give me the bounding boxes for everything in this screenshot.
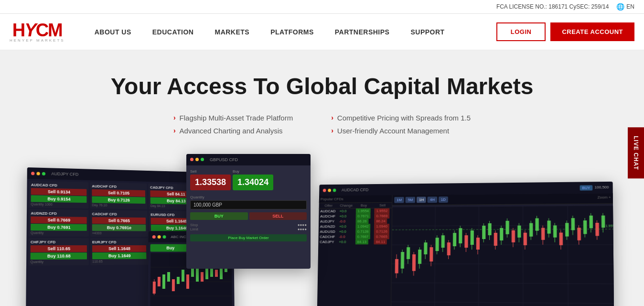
svg-rect-94	[577, 228, 581, 240]
svg-rect-98	[589, 216, 593, 228]
features-left: › Flagship Multi-Asset Trade Platform › …	[173, 114, 293, 135]
pair-card-4: AUDNZD CFD Sell 0.7669 Buy 0.7691 Quanti…	[29, 209, 89, 236]
nav-about-us[interactable]: ABOUT US	[84, 14, 142, 50]
nav-platforms[interactable]: PLATFORMS	[260, 14, 324, 50]
svg-rect-8	[167, 272, 170, 282]
quantity-value: 100,000 GBP	[190, 200, 307, 209]
svg-rect-52	[453, 233, 456, 246]
table-row: AUDUSD +0.0 0.7128 0.7126	[319, 229, 392, 234]
logo-text: HYCM	[12, 21, 62, 39]
svg-rect-78	[529, 223, 533, 236]
buy-price: 1.34024	[233, 175, 273, 190]
hero-features: › Flagship Multi-Asset Trade Platform › …	[19, 114, 625, 135]
pairs-table: Offer Change Buy Sell AUDCAD +0.0 1.9554	[318, 203, 392, 245]
feature-label-3: Competitive Pricing with Spreads from 1.…	[337, 114, 471, 122]
pair-card-1: AUDCAD CFD Sell 0.9134 Buy 0.9154 Quanti…	[29, 181, 88, 208]
feature-item-1: › Flagship Multi-Asset Trade Platform	[173, 114, 293, 122]
svg-rect-10	[177, 277, 180, 284]
svg-rect-60	[476, 238, 480, 250]
feature-item-3: › Competitive Pricing with Spreads from …	[331, 114, 471, 122]
header-buttons: LOGIN CREATE ACCOUNT	[496, 22, 634, 41]
license-text: FCA LICENSE NO.: 186171 CySEC: 259/14	[496, 3, 609, 10]
nav-partnerships[interactable]: PARTNERSHIPS	[324, 14, 400, 50]
place-order-button[interactable]: Place Buy Market Order	[190, 234, 307, 241]
feature-label-2: Advanced Charting and Analysis	[180, 127, 283, 135]
svg-rect-42	[424, 242, 427, 254]
svg-rect-56	[464, 235, 468, 248]
trading-screen-right: AUDCAD CFD BUY 100,500 Popular CFDs Offe…	[317, 182, 614, 306]
svg-rect-32	[395, 259, 398, 273]
pair-card-7: CHFJPY CFD Sell 110.65 Buy 110.68 Quanti…	[28, 238, 89, 265]
svg-rect-58	[471, 230, 474, 245]
chevron-icon-2: ›	[173, 127, 176, 134]
svg-rect-6	[158, 277, 161, 286]
svg-rect-64	[488, 223, 492, 235]
svg-rect-90	[565, 223, 569, 236]
svg-rect-40	[418, 250, 421, 264]
svg-rect-46	[435, 238, 439, 251]
globe-icon: 🌐	[616, 3, 624, 11]
dialog-pair-label: GBPUSD CFD	[210, 157, 238, 162]
svg-rect-38	[412, 254, 416, 271]
chevron-icon-4: ›	[331, 127, 333, 134]
svg-rect-102	[601, 216, 605, 228]
feature-item-4: › User-friendly Account Management	[331, 127, 471, 135]
table-row: AUDCAD +0.0 1.9554 1.9552	[319, 208, 392, 214]
live-chat-label: LIVE CHAT	[633, 136, 639, 170]
svg-rect-12	[186, 274, 189, 289]
login-button[interactable]: LOGIN	[496, 22, 546, 41]
svg-rect-80	[536, 218, 539, 230]
feature-label-1: Flagship Multi-Asset Trade Platform	[180, 114, 293, 122]
table-row: AUDNZD +0.0 1.0942 1.0940	[319, 224, 392, 229]
pair-card-8: EURJPY CFD Sell 1.1648 Buy 1.1649 110.65	[90, 238, 149, 265]
features-right: › Competitive Pricing with Spreads from …	[331, 114, 471, 135]
svg-rect-84	[547, 220, 550, 233]
feature-label-4: User-friendly Account Management	[337, 127, 449, 135]
create-account-button[interactable]: CREATE ACCOUNT	[550, 22, 634, 41]
nav-support[interactable]: SUPPORT	[400, 14, 455, 50]
svg-rect-54	[459, 228, 462, 243]
table-row: CADCHF -0.0 0.7667 0.7665	[318, 234, 391, 239]
hero-section: Your Access To Global Capital Markets › …	[0, 50, 644, 306]
svg-rect-74	[517, 226, 521, 238]
live-chat-button[interactable]: LIVE CHAT	[628, 127, 644, 178]
svg-rect-72	[512, 230, 515, 242]
table-row: AUDCHF +0.0 0.7671 0.7669	[319, 213, 392, 219]
svg-rect-18	[215, 270, 218, 277]
logo[interactable]: HYCM HENYEP MARKETS	[10, 21, 65, 43]
language-selector[interactable]: 🌐 EN	[616, 3, 634, 11]
hero-title: Your Access To Global Capital Markets	[19, 74, 625, 99]
main-nav: ABOUT US EDUCATION MARKETS PLATFORMS PAR…	[84, 14, 496, 50]
top-bar: FCA LICENSE NO.: 186171 CySEC: 259/14 🌐 …	[0, 0, 644, 14]
svg-rect-88	[559, 232, 563, 245]
svg-rect-86	[553, 225, 557, 237]
svg-rect-34	[401, 252, 404, 269]
svg-rect-92	[571, 218, 575, 230]
svg-rect-96	[583, 220, 587, 234]
svg-rect-82	[541, 228, 545, 240]
svg-rect-68	[500, 228, 503, 240]
main-header: HYCM HENYEP MARKETS ABOUT US EDUCATION M…	[0, 14, 644, 50]
svg-rect-9	[172, 279, 175, 291]
svg-rect-62	[482, 226, 485, 239]
svg-rect-44	[429, 247, 433, 262]
svg-rect-48	[441, 235, 445, 248]
svg-rect-21	[391, 206, 614, 306]
dialog-sell-button[interactable]: SELL	[249, 212, 307, 220]
platforms-area: AUDJPY CFD AUDCAD CFD Sell 0.9134 Buy 0.…	[19, 154, 625, 306]
nav-education[interactable]: EDUCATION	[142, 14, 204, 50]
dialog-content: Sell 1.33538 Buy 1.34024 Quantity 100,00…	[186, 165, 311, 245]
svg-text:1.9554: 1.9554	[605, 224, 614, 228]
svg-rect-11	[182, 270, 184, 282]
svg-rect-36	[407, 247, 410, 259]
chevron-icon-1: ›	[173, 114, 176, 121]
pair-card-2: AUDCHF CFD Sell 0.7105 Buy 0.7126 Day 76…	[90, 182, 147, 209]
candlestick-chart: 1.9554	[391, 206, 614, 306]
pair-card-5: CADCHF CFD Sell 0.7665 Buy 0.7691e ×4333	[90, 210, 148, 237]
dialog-buy-button[interactable]: BUY	[190, 212, 248, 220]
svg-rect-66	[494, 233, 497, 246]
nav-markets[interactable]: MARKETS	[204, 14, 260, 50]
logo-subtitle: HENYEP MARKETS	[10, 38, 65, 43]
svg-rect-15	[201, 272, 204, 282]
screen-header-center: GBPUSD CFD	[186, 154, 311, 165]
